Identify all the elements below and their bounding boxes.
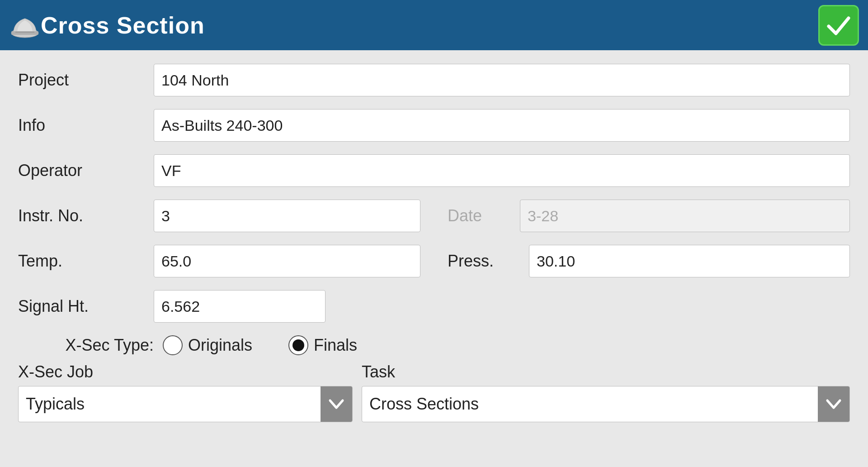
task-value: Cross Sections bbox=[362, 395, 818, 414]
originals-radio[interactable] bbox=[163, 335, 183, 355]
page-title: Cross Section bbox=[41, 12, 205, 39]
press-group: Press. bbox=[420, 245, 850, 277]
project-label: Project bbox=[18, 71, 154, 90]
project-input[interactable] bbox=[154, 64, 850, 96]
info-row: Info bbox=[18, 109, 850, 142]
hard-hat-icon bbox=[9, 10, 41, 41]
instr-date-row: Instr. No. Date bbox=[18, 200, 850, 232]
signal-ht-row: Signal Ht. bbox=[18, 290, 850, 323]
date-input[interactable] bbox=[520, 200, 850, 232]
operator-input[interactable] bbox=[154, 154, 850, 187]
xsec-job-dropdown-arrow[interactable] bbox=[321, 386, 352, 422]
originals-option[interactable]: Originals bbox=[163, 335, 252, 355]
temp-group: Temp. bbox=[18, 245, 420, 277]
xsec-job-value: Typicals bbox=[19, 395, 321, 414]
instr-no-input[interactable] bbox=[154, 200, 420, 232]
radio-group: Originals Finals bbox=[163, 335, 357, 355]
temp-input[interactable] bbox=[154, 245, 420, 277]
xsec-type-row: X-Sec Type: Originals Finals bbox=[18, 335, 850, 355]
ok-button[interactable] bbox=[818, 5, 859, 46]
operator-label: Operator bbox=[18, 161, 154, 180]
finals-radio[interactable] bbox=[288, 335, 308, 355]
signal-ht-label: Signal Ht. bbox=[18, 297, 154, 316]
project-row: Project bbox=[18, 64, 850, 96]
xsec-job-label: X-Sec Job bbox=[18, 362, 362, 381]
instr-group: Instr. No. bbox=[18, 200, 420, 232]
press-label: Press. bbox=[448, 252, 529, 271]
info-label: Info bbox=[18, 116, 154, 135]
temp-label: Temp. bbox=[18, 252, 154, 271]
job-task-header: X-Sec Job Task bbox=[18, 362, 850, 381]
task-dropdown-arrow[interactable] bbox=[818, 386, 849, 422]
info-input[interactable] bbox=[154, 109, 850, 142]
temp-press-row: Temp. Press. bbox=[18, 245, 850, 277]
task-select[interactable]: Cross Sections bbox=[362, 386, 850, 422]
operator-row: Operator bbox=[18, 154, 850, 187]
xsec-job-select[interactable]: Typicals bbox=[18, 386, 353, 422]
job-task-select-row: Typicals Cross Sections bbox=[18, 386, 850, 422]
press-input[interactable] bbox=[529, 245, 850, 277]
date-group: Date bbox=[420, 200, 850, 232]
instr-no-label: Instr. No. bbox=[18, 206, 154, 225]
date-label: Date bbox=[448, 206, 520, 225]
originals-label: Originals bbox=[188, 336, 252, 355]
app-header: Cross Section bbox=[0, 0, 868, 50]
xsec-type-label: X-Sec Type: bbox=[18, 336, 163, 355]
signal-ht-input[interactable] bbox=[154, 290, 326, 323]
task-label: Task bbox=[362, 362, 850, 381]
finals-label: Finals bbox=[314, 336, 357, 355]
finals-option[interactable]: Finals bbox=[288, 335, 357, 355]
form-content: Project Info Operator Instr. No. Date Te… bbox=[0, 50, 868, 436]
